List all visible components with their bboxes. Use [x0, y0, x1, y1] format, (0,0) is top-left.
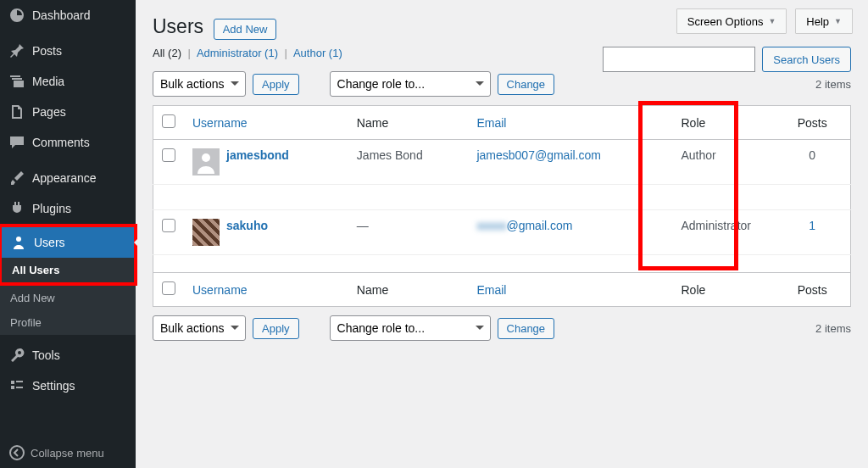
bottom-toolbar: Bulk actions Apply Change role to... Cha… — [153, 315, 851, 341]
col-email[interactable]: Email — [476, 116, 506, 130]
chevron-down-icon: ▼ — [768, 17, 776, 25]
user-role: Administrator — [673, 210, 775, 255]
users-submenu: All Users — [2, 258, 134, 282]
sidebar-label: Posts — [32, 44, 62, 58]
col-role-foot: Role — [673, 273, 775, 307]
collapse-icon — [8, 444, 25, 461]
col-posts: Posts — [775, 106, 851, 140]
media-icon — [8, 73, 25, 90]
col-posts-foot: Posts — [775, 273, 851, 307]
col-username-foot[interactable]: Username — [192, 283, 248, 297]
screen-options-button[interactable]: Screen Options▼ — [676, 8, 787, 34]
sidebar-label: Pages — [32, 105, 66, 119]
svg-point-1 — [10, 446, 24, 460]
brush-icon — [8, 170, 25, 187]
tools-icon — [8, 347, 25, 364]
username-link[interactable]: sakuho — [226, 219, 268, 232]
change-role-select[interactable]: Change role to... — [330, 71, 491, 97]
user-role: Author — [673, 140, 775, 185]
change-role-button[interactable]: Change — [498, 74, 555, 95]
avatar — [192, 148, 220, 176]
sidebar-item-media[interactable]: Media — [0, 66, 136, 97]
screen-options-label: Screen Options — [687, 15, 764, 28]
items-count-bottom: 2 items — [815, 322, 851, 335]
bulk-actions-select-bottom[interactable]: Bulk actions — [153, 315, 246, 341]
user-name: James Bond — [348, 140, 469, 185]
sidebar-item-dashboard[interactable]: Dashboard — [0, 0, 136, 31]
main-content: Screen Options▼ Help▼ Users Add New Sear… — [136, 0, 868, 468]
filter-administrator[interactable]: Administrator (1) — [197, 47, 278, 59]
admin-sidebar: Dashboard Posts Media Pages Comments App… — [0, 0, 136, 468]
sidebar-label: Tools — [32, 348, 60, 362]
pages-icon — [8, 103, 25, 120]
bulk-apply-button[interactable]: Apply — [253, 74, 299, 95]
users-submenu-rest: Add New Profile — [0, 286, 136, 335]
items-count: 2 items — [815, 78, 851, 91]
bulk-actions-select[interactable]: Bulk actions — [153, 71, 246, 97]
add-new-button[interactable]: Add New — [214, 19, 277, 40]
sidebar-item-users[interactable]: Users — [2, 227, 134, 258]
col-role: Role — [673, 106, 775, 140]
search-users-button[interactable]: Search Users — [762, 47, 851, 72]
user-name: — — [348, 210, 469, 255]
sidebar-item-tools[interactable]: Tools — [0, 340, 136, 370]
pin-icon — [8, 42, 25, 59]
svg-point-2 — [202, 153, 210, 162]
filter-all-label[interactable]: All — [153, 47, 164, 59]
col-name: Name — [348, 106, 469, 140]
sidebar-item-plugins[interactable]: Plugins — [0, 193, 136, 224]
user-email[interactable]: xxxxx@gmail.com — [476, 219, 572, 232]
select-all-checkbox[interactable] — [162, 114, 175, 128]
dashboard-icon — [8, 7, 25, 24]
submenu-add-new[interactable]: Add New — [0, 286, 136, 310]
table-row: jamesbond James Bond jamesb007@gmail.com… — [153, 140, 851, 185]
col-email-foot[interactable]: Email — [476, 283, 506, 297]
avatar — [192, 219, 220, 246]
annotation-highlight-nav: Users All Users — [0, 224, 137, 286]
collapse-label: Collapse menu — [31, 447, 104, 460]
row-checkbox[interactable] — [162, 148, 175, 162]
submenu-profile[interactable]: Profile — [0, 310, 136, 335]
user-email[interactable]: jamesb007@gmail.com — [476, 148, 601, 162]
col-name-foot: Name — [348, 273, 469, 307]
svg-point-0 — [16, 237, 21, 242]
collapse-menu[interactable]: Collapse menu — [0, 437, 136, 468]
sidebar-item-appearance[interactable]: Appearance — [0, 163, 136, 193]
page-title: Users — [153, 8, 203, 42]
filter-author[interactable]: Author (1) — [293, 47, 342, 59]
bulk-apply-button-bottom[interactable]: Apply — [253, 318, 299, 339]
plugin-icon — [8, 200, 25, 217]
sidebar-item-comments[interactable]: Comments — [0, 127, 136, 158]
settings-icon — [8, 377, 25, 394]
sidebar-label: Plugins — [32, 202, 71, 215]
select-all-checkbox-foot[interactable] — [162, 281, 175, 295]
sidebar-label: Users — [34, 236, 65, 249]
username-link[interactable]: jamesbond — [226, 148, 289, 162]
search-users-input[interactable] — [603, 47, 755, 72]
user-posts: 0 — [775, 140, 851, 185]
filter-all-count: (2) — [168, 47, 181, 59]
submenu-all-users[interactable]: All Users — [2, 258, 134, 282]
sidebar-label: Dashboard — [32, 8, 91, 22]
top-toolbar: Bulk actions Apply Change role to... Cha… — [153, 71, 851, 97]
row-checkbox[interactable] — [162, 219, 175, 232]
table-row: sakuho — xxxxx@gmail.com Administrator 1 — [153, 210, 851, 255]
chevron-down-icon: ▼ — [834, 17, 842, 25]
user-posts-link[interactable]: 1 — [809, 219, 815, 232]
col-username[interactable]: Username — [192, 116, 248, 130]
sidebar-item-pages[interactable]: Pages — [0, 97, 136, 127]
sidebar-item-posts[interactable]: Posts — [0, 36, 136, 66]
change-role-button-bottom[interactable]: Change — [498, 318, 555, 339]
sidebar-label: Settings — [32, 379, 75, 393]
sidebar-label: Media — [32, 75, 64, 88]
users-table: Username Name Email Role Posts jamesbond… — [153, 105, 851, 307]
sidebar-label: Comments — [32, 136, 90, 149]
change-role-select-bottom[interactable]: Change role to... — [330, 315, 491, 341]
help-label: Help — [806, 15, 829, 28]
sidebar-item-settings[interactable]: Settings — [0, 370, 136, 401]
help-button[interactable]: Help▼ — [795, 8, 853, 34]
sidebar-label: Appearance — [32, 171, 97, 185]
comments-icon — [8, 134, 25, 151]
users-icon — [10, 234, 27, 251]
